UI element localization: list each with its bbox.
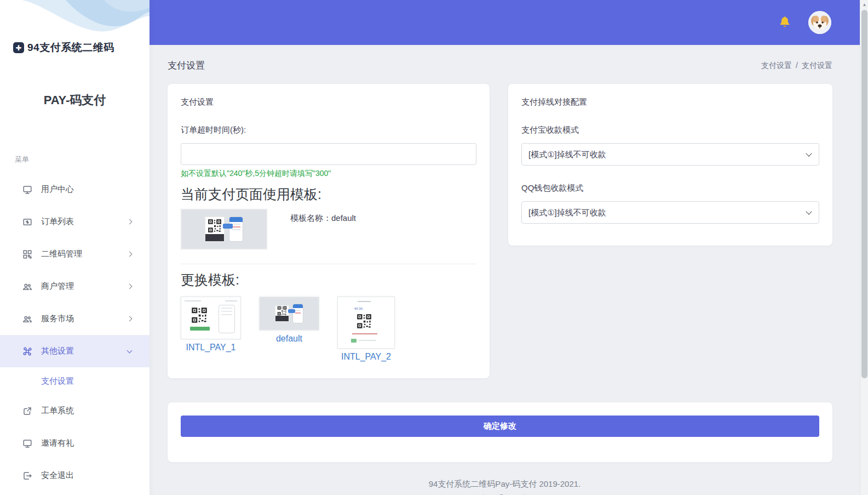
sidebar-item-order-list[interactable]: 订单列表 [0, 206, 150, 238]
command-icon [22, 346, 32, 356]
sidebar-item-merchant-manage[interactable]: 商户管理 [0, 270, 150, 303]
template-name: 模板名称：default [290, 213, 356, 249]
footer-line-1: 94支付系统二维码Pay-码支付 2019-2021. [150, 476, 860, 491]
scrollbar-up-arrow-icon[interactable]: ▲ [860, 1, 868, 9]
app-title: 94支付系统二维码 [27, 41, 114, 55]
qrcode-icon [22, 249, 32, 259]
timeout-input[interactable] [181, 143, 476, 165]
divider [181, 264, 476, 264]
timeout-hint: 如不设置默认"240"秒,5分钟超时请填写"300" [181, 169, 476, 179]
template-link[interactable]: default [259, 334, 319, 344]
monitor-icon [22, 184, 32, 195]
current-template-row: 模板名称：default [181, 209, 476, 249]
chevron-right-icon [127, 284, 133, 289]
users-icon [22, 281, 32, 292]
current-template-thumbnail[interactable] [181, 209, 267, 249]
sidebar-item-label: 支付设置 [41, 376, 74, 386]
breadcrumb-parent-link[interactable]: 支付设置 [761, 61, 792, 70]
template-option-intl-pay-2[interactable]: ¥0.30 INTL_PAY_2 [337, 297, 395, 362]
brand-heading: PAY-码支付 [0, 92, 150, 109]
sidebar-item-label: 服务市场 [41, 314, 74, 324]
notifications-bell-icon[interactable] [778, 15, 792, 30]
sidebar-item-logout[interactable]: 安全退出 [0, 459, 150, 492]
sidebar-item-label: 订单列表 [41, 217, 74, 227]
sidebar-item-label: 商户管理 [41, 281, 74, 292]
qq-mode-select-wrap: [模式①]掉线不可收款 [521, 201, 819, 224]
vertical-scrollbar[interactable]: ▲ [860, 0, 868, 495]
template-qr-preview [205, 217, 225, 242]
sidebar-subitem-payment-settings[interactable]: 支付设置 [0, 367, 150, 395]
card-title: 支付掉线对接配置 [521, 97, 819, 107]
page-head: 支付设置 支付设置/支付设置 [150, 45, 860, 84]
template-link[interactable]: INTL_PAY_2 [337, 352, 395, 362]
users-icon [22, 314, 32, 324]
sidebar-item-ticket-system[interactable]: 工单系统 [0, 395, 150, 427]
template-phone-preview [229, 217, 243, 242]
sidebar-item-label: 其他设置 [41, 346, 74, 356]
template-thumbnail [259, 297, 319, 331]
card-title: 支付设置 [181, 97, 476, 107]
template-name-value: default [331, 213, 356, 223]
template-link[interactable]: INTL_PAY_1 [181, 343, 241, 352]
monitor-icon [22, 438, 32, 448]
template-option-default[interactable]: default [259, 297, 319, 344]
breadcrumb-current-link[interactable]: 支付设置 [802, 61, 832, 70]
alipay-mode-label: 支付宝收款模式 [521, 125, 819, 135]
chevron-down-icon [127, 348, 133, 353]
sidebar-item-label: 二维码管理 [41, 249, 82, 259]
sidebar-item-label: 用户中心 [41, 184, 74, 195]
breadcrumb-separator: / [796, 61, 798, 70]
chevron-right-icon [127, 316, 133, 322]
user-avatar[interactable] [808, 11, 831, 34]
page-title: 支付设置 [168, 59, 205, 72]
template-list: INTL_PAY_1 default [181, 297, 476, 362]
current-template-heading: 当前支付页面使用模板: [181, 185, 476, 203]
template-name-label: 模板名称： [290, 213, 331, 223]
app-logo[interactable]: ✚ 94支付系统二维码 [13, 41, 150, 55]
alipay-mode-select-wrap: [模式①]掉线不可收款 [521, 143, 819, 166]
scrollbar-thumb[interactable] [861, 10, 867, 378]
confirm-modify-button[interactable]: 确定修改 [181, 416, 819, 437]
template-option-intl-pay-1[interactable]: INTL_PAY_1 [181, 297, 241, 352]
share-icon [22, 406, 32, 416]
sidebar: ✚ 94支付系统二维码 PAY-码支付 菜单 用户中心 订单列表 二维码管理 [0, 0, 150, 495]
sidebar-item-qrcode-manage[interactable]: 二维码管理 [0, 238, 150, 270]
alipay-mode-select[interactable]: [模式①]掉线不可收款 [521, 143, 819, 166]
sidebar-item-other-settings[interactable]: 其他设置 [0, 335, 150, 367]
change-template-heading: 更换模板: [181, 271, 476, 289]
menu-section-label: 菜单 [15, 155, 150, 164]
sidebar-item-service-market[interactable]: 服务市场 [0, 303, 150, 335]
qq-mode-select[interactable]: [模式①]掉线不可收款 [521, 201, 819, 224]
chevron-right-icon [127, 219, 133, 225]
payment-settings-card: 支付设置 订单超时时间(秒): 如不设置默认"240"秒,5分钟超时请填写"30… [168, 84, 490, 378]
template-thumbnail [181, 297, 241, 339]
sidebar-item-label: 邀请有礼 [41, 438, 74, 448]
invoice-icon [22, 217, 32, 227]
qq-mode-label: QQ钱包收款模式 [521, 183, 819, 194]
topbar [150, 0, 860, 45]
chevron-right-icon [127, 252, 133, 257]
main-content: 支付设置 支付设置/支付设置 支付设置 订单超时时间(秒): 如不设置默认"24… [150, 45, 860, 495]
breadcrumb: 支付设置/支付设置 [761, 61, 832, 71]
submit-card: 确定修改 [168, 402, 832, 462]
sidebar-item-invite-reward[interactable]: 邀请有礼 [0, 427, 150, 459]
sidebar-item-label: 工单系统 [41, 406, 74, 416]
sidebar-menu: 用户中心 订单列表 二维码管理 商户管理 服务 [0, 173, 150, 492]
offline-config-card: 支付掉线对接配置 支付宝收款模式 [模式①]掉线不可收款 QQ钱包收款模式 [模… [508, 84, 832, 246]
logo-badge-icon: ✚ [13, 42, 24, 53]
sidebar-item-user-center[interactable]: 用户中心 [0, 173, 150, 206]
sidebar-item-label: 安全退出 [41, 470, 74, 481]
timeout-label: 订单超时时间(秒): [181, 125, 476, 135]
page-footer: 94支付系统二维码Pay-码支付 2019-2021. 94支付系统码支付. [150, 476, 860, 495]
footer-line-2: 94支付系统码支付. [150, 491, 860, 495]
template-thumbnail: ¥0.30 [337, 297, 395, 349]
logout-icon [22, 470, 32, 481]
